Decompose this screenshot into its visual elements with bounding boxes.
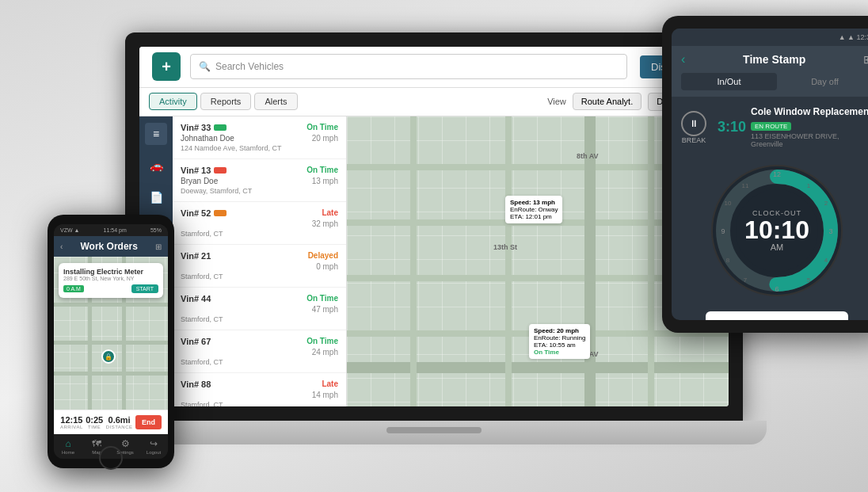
- search-icon: 🔍: [199, 61, 211, 72]
- tablet: ▲ ▲ 12:30 ‹ Time Stamp ⊞ In/Out Day off …: [662, 16, 868, 333]
- manual-clock-out-button[interactable]: MANUAL CLOCK-OUT: [706, 311, 849, 320]
- tab-reports[interactable]: Reports: [200, 93, 252, 110]
- vehicle-name: Bryan Doe: [181, 177, 218, 185]
- grid-icon[interactable]: ⊞: [863, 53, 868, 66]
- app-header: + 🔍 Search Vehicles Dispatching: [139, 47, 729, 88]
- svg-text:4: 4: [824, 257, 828, 264]
- map-label-13st: 13th St: [493, 243, 517, 251]
- stat-distance: 0.6mi DISTANCE: [106, 415, 133, 429]
- phone-body: Installing Electric Meter 289 E 50th St,…: [54, 257, 168, 410]
- logout-icon: ↪: [150, 438, 158, 449]
- vehicle-vin: Vin# 33: [181, 123, 227, 132]
- laptop-bezel: + 🔍 Search Vehicles Dispatching Activity…: [125, 32, 743, 421]
- tab-alerts[interactable]: Alerts: [254, 93, 297, 110]
- app-body: ≡ 🚗 📄 👤 Vin# 33 On Time: [139, 116, 729, 406]
- stat-arrival: 12:15 ARRIVAL: [60, 415, 83, 429]
- home-icon: ⌂: [65, 438, 70, 449]
- svg-text:5: 5: [807, 277, 811, 284]
- vehicle-status: Late: [322, 379, 338, 388]
- sidebar-menu-icon[interactable]: ≡: [145, 123, 167, 145]
- phone-nav-logout-label: Logout: [147, 450, 161, 455]
- svg-text:10: 10: [725, 200, 732, 207]
- vehicle-address: Stamford, CT: [181, 401, 338, 406]
- phone-status-bar: VZW ▲ 11:54 pm 55%: [54, 224, 168, 236]
- list-item[interactable]: Vin# 33 On Time Johnathan Doe 20 mph 124…: [173, 116, 346, 159]
- break-button[interactable]: ⏸: [681, 111, 706, 136]
- vehicle-name: Johnathan Doe: [181, 134, 234, 143]
- app-tabs: Activity Reports Alerts View Route Analy…: [139, 88, 729, 116]
- phone-road: [54, 372, 168, 376]
- tablet-status-bar: ▲ ▲ 12:30: [672, 29, 868, 46]
- phone-time: 11:54 pm: [104, 227, 127, 233]
- phone-header: ‹ Work Orders ⊞: [54, 236, 168, 257]
- vehicle-address: 124 Namdoe Ave, Stamford, CT: [181, 144, 338, 152]
- speed-info-enroute2: EnRoute: Running: [534, 334, 585, 341]
- worker-status: EN ROUTE: [751, 122, 791, 131]
- wo-start-button[interactable]: START: [131, 284, 158, 293]
- stat-time: 0:25 TIME: [86, 415, 103, 429]
- search-placeholder: Search Vehicles: [215, 61, 284, 72]
- tablet-screen: ▲ ▲ 12:30 ‹ Time Stamp ⊞ In/Out Day off …: [672, 29, 868, 320]
- vehicle-vin: Vin# 52: [181, 208, 227, 218]
- svg-text:3: 3: [828, 227, 832, 235]
- break-label: BREAK: [682, 136, 706, 144]
- map-road: [648, 116, 654, 406]
- app-logo: +: [152, 52, 181, 81]
- map-icon: 🗺: [92, 438, 101, 449]
- vehicle-badge: [214, 124, 227, 131]
- status-icons: ▲ ▲ 12:30: [839, 33, 868, 41]
- break-row: ⏸ BREAK 3:10 Cole Window Replacement EN …: [681, 106, 868, 148]
- settings-icon: ⚙: [121, 438, 130, 449]
- tablet-tabs: In/Out Day off: [672, 73, 868, 97]
- vehicle-address: Stamford, CT: [181, 358, 338, 366]
- vehicle-speed: 13 mph: [312, 177, 338, 185]
- list-item[interactable]: Vin# 13 On Time Bryan Doe 13 mph Doeway,…: [173, 159, 346, 202]
- view-label: View: [547, 97, 566, 106]
- vehicle-speed: 14 mph: [312, 391, 338, 399]
- route-analytics-button[interactable]: Route Analyt.: [573, 93, 641, 110]
- svg-text:6: 6: [775, 285, 779, 293]
- vehicle-status: On Time: [306, 123, 338, 132]
- speed-info-eta: ETA: 12:01 pm: [510, 213, 558, 220]
- vehicle-badge: [214, 210, 227, 216]
- list-item[interactable]: Vin# 88 Late 14 mph Stamford, CT: [173, 373, 346, 406]
- arrival-label: ARRIVAL: [60, 425, 83, 429]
- back-button[interactable]: ‹: [681, 52, 685, 67]
- phone-nav-home[interactable]: ⌂ Home: [54, 438, 82, 455]
- tab-in-out[interactable]: In/Out: [681, 73, 777, 90]
- laptop-screen: + 🔍 Search Vehicles Dispatching Activity…: [139, 47, 729, 406]
- phone-home-button[interactable]: [99, 446, 123, 470]
- worker-info: Cole Window Replacement EN ROUTE 113 EIS…: [751, 106, 868, 148]
- wo-title: Installing Electric Meter: [63, 268, 158, 276]
- wo-address: 289 E 50th St, New York, NY: [63, 276, 158, 281]
- tab-activity[interactable]: Activity: [149, 93, 197, 110]
- speed-info-eta2: ETA: 10:55 am: [534, 341, 585, 349]
- vehicle-vin: Vin# 67: [181, 337, 211, 346]
- map-road: [410, 116, 417, 406]
- sidebar-truck-icon[interactable]: 🚗: [145, 154, 167, 177]
- speed-info-speed2: Speed: 20 mph: [534, 327, 585, 334]
- tab-day-off[interactable]: Day off: [777, 73, 868, 90]
- end-button[interactable]: End: [135, 415, 162, 429]
- list-item[interactable]: Vin# 67 On Time 24 mph Stamford, CT: [173, 330, 346, 373]
- phone-screen: VZW ▲ 11:54 pm 55% ‹ Work Orders ⊞: [54, 224, 168, 459]
- vehicle-vin: Vin# 88: [181, 379, 211, 389]
- speed-popup-2: Speed: 20 mph EnRoute: Running ETA: 10:5…: [529, 324, 590, 359]
- phone-bottom-bar: 12:15 ARRIVAL 0:25 TIME 0.6mi DISTANCE E…: [54, 410, 168, 434]
- svg-text:1: 1: [807, 182, 811, 189]
- clock-center: CLOCK-OUT 10:10 AM: [744, 209, 809, 252]
- phone-road: [54, 303, 168, 307]
- search-bar[interactable]: 🔍 Search Vehicles: [190, 54, 627, 79]
- list-item[interactable]: Vin# 21 Delayed 0 mph Stamford, CT: [173, 245, 346, 288]
- list-item[interactable]: Vin# 44 On Time 47 mph Stamford, CT: [173, 288, 346, 330]
- map-label-8av: 8th AV: [577, 152, 599, 160]
- back-arrow-icon[interactable]: ‹: [60, 242, 63, 251]
- vehicle-speed: 0 mph: [316, 262, 338, 271]
- sidebar-doc-icon[interactable]: 📄: [145, 186, 167, 208]
- vehicle-status: Delayed: [308, 251, 338, 260]
- grid-icon[interactable]: ⊞: [155, 242, 162, 251]
- map-road: [347, 362, 729, 373]
- list-item[interactable]: Vin# 52 Late 32 mph Stamford, CT: [173, 202, 346, 245]
- phone-road: [54, 341, 168, 345]
- phone-nav-logout[interactable]: ↪ Logout: [139, 438, 168, 455]
